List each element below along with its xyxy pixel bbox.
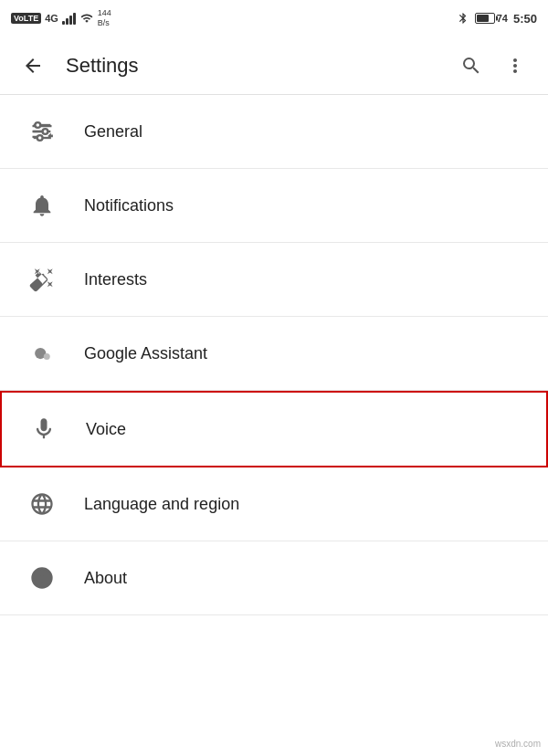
voice-icon xyxy=(24,409,64,449)
wifi-icon xyxy=(79,12,94,25)
svg-point-4 xyxy=(43,129,48,134)
svg-point-7 xyxy=(44,353,50,360)
back-arrow-icon xyxy=(22,55,44,77)
signal-bars-icon xyxy=(62,12,76,25)
volte-badge: VoLTE xyxy=(11,13,41,24)
time: 5:50 xyxy=(513,12,537,26)
battery-icon xyxy=(475,13,495,24)
status-bar: VoLTE 4G 144 B/s 74 5:50 xyxy=(0,0,548,37)
settings-item-general[interactable]: General xyxy=(0,95,548,169)
google-assistant-label: Google Assistant xyxy=(84,344,207,363)
battery-fill xyxy=(477,15,489,22)
more-options-button[interactable] xyxy=(497,47,533,84)
network-speed: 144 B/s xyxy=(98,8,111,28)
language-icon xyxy=(22,484,62,524)
watermark: wsxdn.com xyxy=(495,739,541,749)
settings-list: General Notifications Interests Google A… xyxy=(0,95,548,615)
battery-container: 74 xyxy=(475,13,508,24)
settings-item-google-assistant[interactable]: Google Assistant xyxy=(0,317,548,391)
google-assistant-icon xyxy=(22,333,62,373)
app-bar: Settings xyxy=(0,37,548,95)
status-right: 74 5:50 xyxy=(457,12,537,26)
interests-icon xyxy=(22,259,62,299)
search-button[interactable] xyxy=(453,47,490,84)
battery-percent: 74 xyxy=(497,13,508,24)
general-icon xyxy=(22,111,62,152)
network-type: 4G xyxy=(45,13,58,24)
bluetooth-icon xyxy=(457,12,469,25)
settings-item-language-region[interactable]: Language and region xyxy=(0,467,548,541)
notifications-icon xyxy=(22,185,62,226)
settings-item-about[interactable]: About xyxy=(0,541,548,615)
app-bar-actions xyxy=(453,47,533,84)
settings-item-notifications[interactable]: Notifications xyxy=(0,169,548,243)
status-left: VoLTE 4G 144 B/s xyxy=(11,8,111,28)
svg-point-10 xyxy=(41,572,42,573)
about-icon xyxy=(22,558,62,598)
more-vertical-icon xyxy=(504,55,526,77)
general-label: General xyxy=(84,122,142,142)
language-region-label: Language and region xyxy=(84,495,239,514)
settings-item-interests[interactable]: Interests xyxy=(0,243,548,317)
svg-point-3 xyxy=(35,122,40,128)
svg-point-5 xyxy=(37,135,43,141)
interests-label: Interests xyxy=(84,270,147,289)
page-title: Settings xyxy=(66,54,453,78)
notifications-label: Notifications xyxy=(84,196,174,215)
settings-item-voice[interactable]: Voice xyxy=(0,391,548,467)
back-button[interactable] xyxy=(15,47,51,84)
voice-label: Voice xyxy=(86,420,126,439)
about-label: About xyxy=(84,569,127,588)
search-icon xyxy=(460,55,482,77)
